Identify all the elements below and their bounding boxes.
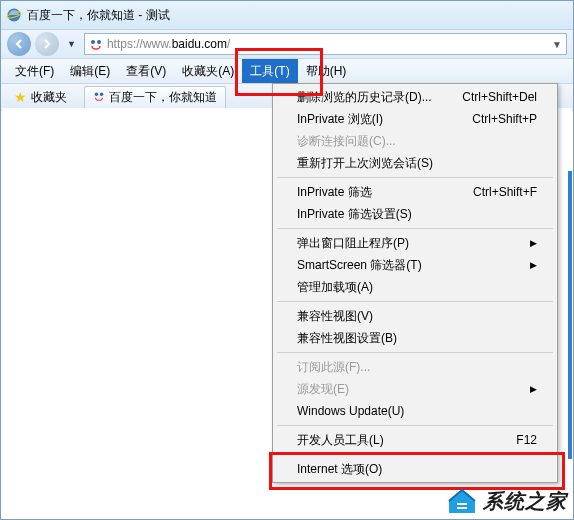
submenu-arrow-icon: ▶: [530, 384, 537, 394]
tools-menu-item: 诊断连接问题(C)...: [273, 130, 557, 152]
svg-point-4: [95, 92, 98, 95]
menu-item-shortcut: Ctrl+Shift+P: [472, 112, 537, 126]
tools-menu-item[interactable]: 重新打开上次浏览会话(S): [273, 152, 557, 174]
url-rest: /: [227, 37, 230, 51]
menu-item-label: SmartScreen 筛选器(T): [297, 257, 422, 274]
menu-item-label: Internet 选项(O): [297, 461, 382, 478]
tools-menu-item[interactable]: 弹出窗口阻止程序(P)▶: [273, 232, 557, 254]
window-title: 百度一下，你就知道 - 测试: [27, 7, 170, 24]
tools-menu-item[interactable]: InPrivate 筛选设置(S): [273, 203, 557, 225]
tools-menu-item[interactable]: Windows Update(U): [273, 400, 557, 422]
baidu-favicon-icon: [93, 90, 105, 105]
menu-item-shortcut: Ctrl+Shift+Del: [462, 90, 537, 104]
menu-separator: [277, 454, 553, 455]
tools-menu-item: 源发现(E)▶: [273, 378, 557, 400]
tools-menu-item[interactable]: SmartScreen 筛选器(T)▶: [273, 254, 557, 276]
svg-point-3: [97, 40, 101, 44]
url-host-prefix: www.: [143, 37, 172, 51]
svg-point-5: [100, 92, 103, 95]
menu-item-label: 兼容性视图设置(B): [297, 330, 397, 347]
menu-view[interactable]: 查看(V): [118, 59, 174, 83]
site-favicon-icon: [89, 37, 103, 51]
tools-menu-item[interactable]: 管理加载项(A): [273, 276, 557, 298]
tools-dropdown-menu: 删除浏览的历史记录(D)...Ctrl+Shift+DelInPrivate 浏…: [272, 83, 558, 483]
menu-separator: [277, 425, 553, 426]
address-dropdown-icon[interactable]: ▼: [552, 39, 562, 50]
menu-item-shortcut: Ctrl+Shift+F: [473, 185, 537, 199]
tools-menu-item[interactable]: InPrivate 浏览(I)Ctrl+Shift+P: [273, 108, 557, 130]
menu-item-label: 弹出窗口阻止程序(P): [297, 235, 409, 252]
menu-item-label: 订阅此源(F)...: [297, 359, 370, 376]
watermark-text: 系统之家: [483, 488, 567, 515]
menu-help[interactable]: 帮助(H): [298, 59, 355, 83]
content-edge: [568, 171, 572, 459]
tools-menu-item[interactable]: 删除浏览的历史记录(D)...Ctrl+Shift+Del: [273, 86, 557, 108]
tools-menu-item[interactable]: 开发人员工具(L)F12: [273, 429, 557, 451]
url-domain: baidu.com: [172, 37, 227, 51]
watermark: 系统之家: [445, 487, 567, 515]
menu-item-label: 删除浏览的历史记录(D)...: [297, 89, 432, 106]
tools-menu-item[interactable]: Internet 选项(O): [273, 458, 557, 480]
menu-separator: [277, 301, 553, 302]
menu-edit[interactable]: 编辑(E): [62, 59, 118, 83]
watermark-house-icon: [445, 487, 479, 515]
menu-item-label: 开发人员工具(L): [297, 432, 384, 449]
menu-item-label: 诊断连接问题(C)...: [297, 133, 396, 150]
menu-tools[interactable]: 工具(T): [242, 59, 297, 83]
nav-toolbar: ▼ https://www.baidu.com/ ▼: [1, 29, 573, 58]
back-button[interactable]: [7, 32, 31, 56]
menu-separator: [277, 352, 553, 353]
menu-item-label: InPrivate 筛选设置(S): [297, 206, 412, 223]
favorites-label: 收藏夹: [31, 89, 67, 106]
svg-point-2: [91, 40, 95, 44]
svg-rect-7: [457, 501, 467, 503]
submenu-arrow-icon: ▶: [530, 238, 537, 248]
tools-menu-item: 订阅此源(F)...: [273, 356, 557, 378]
menu-bar: 文件(F) 编辑(E) 查看(V) 收藏夹(A) 工具(T) 帮助(H): [1, 58, 573, 83]
menu-item-shortcut: F12: [516, 433, 537, 447]
favorites-button[interactable]: ★ 收藏夹: [7, 86, 74, 109]
tools-menu-item[interactable]: InPrivate 筛选Ctrl+Shift+F: [273, 181, 557, 203]
menu-separator: [277, 177, 553, 178]
menu-item-label: 重新打开上次浏览会话(S): [297, 155, 433, 172]
svg-rect-8: [457, 505, 467, 507]
menu-item-label: 兼容性视图(V): [297, 308, 373, 325]
tools-menu-item[interactable]: 兼容性视图(V): [273, 305, 557, 327]
address-bar[interactable]: https://www.baidu.com/ ▼: [84, 33, 567, 55]
url-scheme: https://: [107, 37, 143, 51]
tools-menu-item[interactable]: 兼容性视图设置(B): [273, 327, 557, 349]
menu-item-label: 管理加载项(A): [297, 279, 373, 296]
menu-item-label: InPrivate 浏览(I): [297, 111, 383, 128]
forward-button[interactable]: [35, 32, 59, 56]
browser-tab[interactable]: 百度一下，你就知道: [84, 86, 226, 109]
tab-title: 百度一下，你就知道: [109, 89, 217, 106]
menu-item-label: 源发现(E): [297, 381, 349, 398]
browser-window: 百度一下，你就知道 - 测试 ▼ https://www.baidu.com/ …: [0, 0, 574, 520]
menu-item-label: Windows Update(U): [297, 404, 404, 418]
submenu-arrow-icon: ▶: [530, 260, 537, 270]
menu-fav[interactable]: 收藏夹(A): [174, 59, 242, 83]
menu-item-label: InPrivate 筛选: [297, 184, 372, 201]
menu-separator: [277, 228, 553, 229]
menu-file[interactable]: 文件(F): [7, 59, 62, 83]
ie-logo-icon: [5, 6, 23, 24]
title-bar: 百度一下，你就知道 - 测试: [1, 1, 573, 29]
nav-dropdown-icon[interactable]: ▼: [67, 39, 76, 49]
star-icon: ★: [14, 89, 27, 105]
